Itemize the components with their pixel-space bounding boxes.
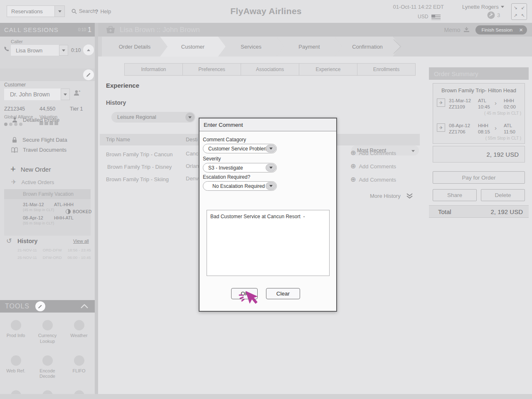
- edit-caller-button[interactable]: [83, 69, 94, 80]
- plane-icon: ✈: [439, 125, 443, 131]
- customer-select[interactable]: Dr. John Brown: [4, 89, 61, 100]
- sidebar-item-label: Secure Flight Data: [22, 137, 67, 143]
- tab-enrollments[interactable]: Enrollments: [357, 63, 416, 76]
- comment-textarea[interactable]: Bad Customer Service at Cancun Resort -: [207, 210, 330, 276]
- tool-icon: [74, 355, 84, 366]
- chevron-down-icon: [266, 145, 276, 153]
- flight-arr-time: 02:00: [504, 104, 516, 109]
- more-history-label: More History: [370, 193, 401, 199]
- search-button[interactable]: Search: [71, 8, 96, 14]
- delete-button[interactable]: Delete: [481, 189, 525, 201]
- search-icon: [71, 9, 77, 14]
- more-history-button[interactable]: More History: [370, 193, 413, 199]
- reservations-select[interactable]: Reservations: [7, 5, 55, 17]
- sidebar-item-new-order[interactable]: + New Order: [10, 165, 51, 173]
- view-all-link[interactable]: View all: [73, 239, 89, 244]
- gauge-icon: [487, 11, 495, 19]
- tool-weather[interactable]: Weather: [63, 320, 95, 345]
- category-dropdown[interactable]: Customer Service Problem: [203, 144, 277, 153]
- history-row[interactable]: 21-NOV-11 ORD-DFW 18:56 - 23:45: [17, 248, 91, 252]
- sidebar-item-travel-documents[interactable]: Travel Documents: [11, 147, 66, 153]
- country-flag-icon[interactable]: [431, 15, 441, 20]
- breadcrumb-step-confirmation[interactable]: Confirmation: [335, 37, 400, 57]
- add-customer-button[interactable]: +: [73, 89, 81, 97]
- tab-experience[interactable]: Experience: [299, 63, 357, 76]
- sidebar-item-active-orders[interactable]: ✈ Active Orders: [11, 178, 54, 186]
- segment-date: 31-Mar-12: [23, 202, 44, 207]
- call-sessions-count: 1: [86, 26, 95, 34]
- caller-select[interactable]: Lisa Brown: [11, 45, 59, 56]
- sidebar-item-label: New Order: [21, 166, 51, 173]
- collapse-window-button[interactable]: ↘ ↙ ↗ ↖: [511, 3, 527, 20]
- caller-select-arrow[interactable]: [59, 45, 68, 56]
- flight-from: ATL 10:45: [478, 98, 490, 110]
- sidebar-item-secure-flight-data[interactable]: Secure Flight Data: [12, 137, 67, 143]
- breadcrumb-step-order-details[interactable]: Order Details: [102, 37, 167, 57]
- escalation-dropdown[interactable]: No Escalation Required: [203, 181, 277, 191]
- severity-dropdown[interactable]: S3 - Investigate: [203, 163, 277, 172]
- segment-route: ATL-HHH: [54, 202, 74, 207]
- history-row[interactable]: 25-NOV-11 DFW-ORD 06:00 - 10:45: [17, 255, 91, 260]
- active-order-card[interactable]: Brown Family Vacation 31-Mar-12 ATL-HHH …: [4, 189, 91, 236]
- datetime: 01-Oct-11 14:22 EDT: [386, 4, 444, 10]
- tool-prod-info[interactable]: Prod Info: [0, 320, 32, 345]
- pay-for-order-button[interactable]: Pay for Order: [433, 171, 525, 184]
- user-menu[interactable]: Lynette Rogers: [462, 4, 504, 10]
- memo-download-icon[interactable]: [463, 27, 470, 32]
- table-row-trip[interactable]: Brown Family Trip - Skiing: [106, 176, 169, 182]
- breadcrumb-step-payment[interactable]: Payment: [276, 37, 342, 57]
- history-title: History: [17, 238, 37, 244]
- dialog-header[interactable]: Enter Comment: [200, 118, 336, 131]
- finish-session-button[interactable]: Finish Session ×: [475, 25, 527, 34]
- tab-information[interactable]: Information: [124, 63, 183, 76]
- tab-preferences[interactable]: Preferences: [182, 63, 241, 76]
- edit-tools-button[interactable]: [35, 301, 45, 311]
- tab-associations[interactable]: Associations: [241, 63, 299, 76]
- phone-icon: [4, 46, 10, 52]
- order-summary-header: Order Summary: [429, 67, 529, 80]
- add-comments-label: Add Comments: [359, 177, 396, 183]
- table-row-trip[interactable]: Brown Family Trip - Cancun: [106, 151, 172, 158]
- help-button[interactable]: ? Help: [95, 8, 111, 15]
- add-comments-button[interactable]: ⊕ Add Comments: [350, 150, 396, 156]
- flight-to: ATL 11:50: [504, 123, 515, 135]
- collapse-caller-button[interactable]: [83, 44, 94, 55]
- breadcrumb-step-services[interactable]: Services: [218, 37, 284, 57]
- add-comments-button[interactable]: ⊕ Add Comments: [350, 163, 396, 170]
- flight-dest: ATL: [504, 123, 512, 128]
- segment-route: HHH-ATL: [54, 215, 74, 220]
- booked-icon: [66, 209, 71, 214]
- share-button[interactable]: Share: [433, 189, 477, 201]
- user-name: Lynette Rogers: [462, 4, 499, 10]
- severity-label: Severity: [203, 156, 221, 162]
- session-gauge[interactable]: 3: [487, 11, 500, 19]
- tool-flifo[interactable]: FLIFO: [63, 355, 95, 380]
- memo-button[interactable]: Memo: [444, 27, 461, 33]
- table-row-trip[interactable]: Brown Family Trip - Disney: [107, 164, 172, 170]
- flight-date: 31-Mar-12: [449, 98, 471, 103]
- category-label: Comment Catagory: [203, 137, 246, 143]
- clear-button[interactable]: Clear: [266, 288, 300, 299]
- escalation-value: No Escalation Required: [212, 183, 265, 189]
- tool-icon: [42, 355, 53, 366]
- tool-web-ref[interactable]: Web Ref.: [0, 355, 32, 380]
- add-comments-button[interactable]: ⊕ Add Comments: [350, 176, 396, 183]
- sidebar-item-detailed-profile[interactable]: Detailed Profile: [12, 117, 59, 123]
- lock-icon: [12, 137, 17, 143]
- collapse-tools-button chevron-up-icon[interactable]: [81, 304, 88, 308]
- tool-encode-decode[interactable]: Encode Decode: [32, 355, 63, 380]
- sidebar-item-label: Travel Documents: [23, 147, 66, 153]
- chevron-down-icon: [266, 182, 276, 190]
- help-label: Help: [101, 9, 111, 15]
- reservations-select-arrow[interactable]: [55, 5, 65, 17]
- dialog-title: Enter Comment: [204, 122, 243, 128]
- tool-currency-lookup[interactable]: Currency Lookup: [32, 320, 63, 345]
- svg-text:+: +: [79, 89, 81, 93]
- history-time: 06:00 - 10:45: [68, 255, 91, 260]
- chevron-right-icon: ›: [495, 99, 497, 106]
- total-value: 2, 192 USD: [490, 208, 529, 215]
- breadcrumb-step-customer[interactable]: Customer: [160, 37, 226, 57]
- caller-section: Caller Lisa Brown 0:10: [0, 37, 95, 69]
- history-filter-dropdown[interactable]: Leisure Regional: [111, 112, 195, 123]
- customer-select-arrow[interactable]: [61, 89, 70, 100]
